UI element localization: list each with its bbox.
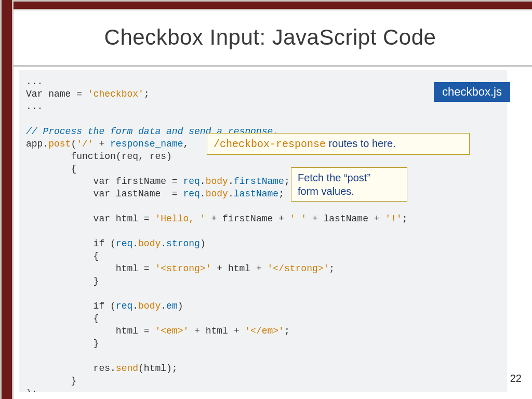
callout-text: routes to here.	[326, 138, 396, 149]
code-line: {	[26, 251, 99, 261]
slide: Checkbox Input: JavaScript Code ... Var …	[0, 0, 532, 399]
code-line: if (req.body.strong)	[26, 238, 206, 249]
top-accent-bar	[0, 0, 532, 10]
code-line: ...	[26, 76, 43, 87]
code-line: var html = 'Hello, ' + firstName + ' ' +…	[26, 214, 408, 224]
code-line: {	[26, 164, 76, 174]
code-line: html = '<em>' + html + '</em>';	[26, 326, 290, 336]
code-line: function(req, res)	[26, 151, 172, 162]
slide-title: Checkbox Input: JavaScript Code	[14, 25, 527, 50]
callout-routes: /checkbox-response routes to here.	[207, 133, 470, 155]
code-line: html = '<strong>' + html + '</strong>';	[26, 263, 335, 274]
code-line: var firstName = req.body.firstName;	[26, 176, 290, 187]
code-line: }	[26, 376, 76, 386]
code-line: var lastName = req.body.lastName;	[26, 189, 284, 199]
code-block: ... Var name = 'checkbox'; ... // Proces…	[19, 70, 507, 392]
title-underline	[14, 65, 532, 66]
code-line: {	[26, 313, 99, 324]
callout-text: Fetch the “post”	[298, 172, 370, 183]
callout-text: form values.	[298, 185, 354, 197]
callout-code: /checkbox-response	[214, 138, 326, 150]
code-line: res.send(html);	[26, 363, 178, 374]
code-line: }	[26, 338, 99, 349]
code-line: );	[26, 388, 37, 392]
code-line: Var name = 'checkbox';	[26, 89, 150, 99]
left-accent-bar	[0, 0, 14, 399]
code-line: app.post('/' + response_name,	[26, 139, 189, 149]
page-number: 22	[510, 373, 522, 384]
code-line: if (req.body.em)	[26, 301, 183, 311]
code-line: }	[26, 276, 99, 286]
code-line: ...	[26, 101, 43, 112]
callout-fetch: Fetch the “post”form values.	[291, 167, 407, 202]
filename-badge: checkbox.js	[434, 82, 510, 102]
